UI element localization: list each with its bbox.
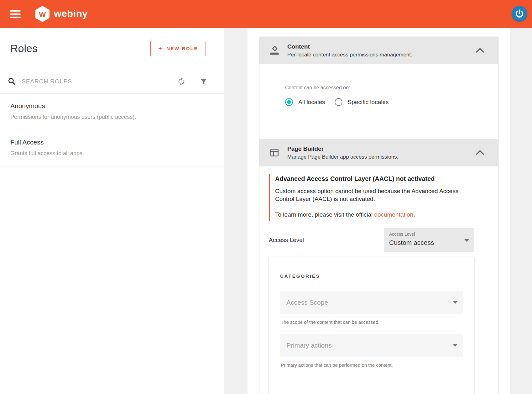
warning-title: Advanced Access Control Layer (AACL) not… xyxy=(275,175,463,182)
avatar[interactable] xyxy=(512,6,527,22)
chevron-up-icon[interactable] xyxy=(476,150,484,155)
access-scope-select[interactable]: Access Scope xyxy=(280,291,463,314)
search-input[interactable] xyxy=(21,78,177,85)
brand-text: webiny xyxy=(54,8,88,19)
power-icon xyxy=(514,9,524,19)
documentation-link[interactable]: documentation xyxy=(374,211,413,218)
section-title: Content xyxy=(287,43,412,50)
search-icon xyxy=(8,77,16,86)
webiny-logo[interactable]: w webiny xyxy=(35,6,88,22)
app-window: w webiny Roles + NEW ROLE xyxy=(0,0,532,394)
chevron-up-icon[interactable] xyxy=(476,47,484,53)
radio-unselected-icon xyxy=(335,98,342,106)
role-name: Anonymous xyxy=(10,102,214,110)
role-description: Permissions for anonymous users (public … xyxy=(10,114,214,120)
content-section-body: Content can be accessed on: All locales … xyxy=(259,64,498,139)
select-value: Custom access xyxy=(389,239,469,246)
role-list-item-full-access[interactable]: Full Access Grants full access to all ap… xyxy=(0,130,224,166)
section-description: Manage Page Builder app access permissio… xyxy=(287,154,398,160)
primary-actions-helper: Primary actions that can be performed on… xyxy=(281,362,463,368)
section-description: Per-locale content access permissions ma… xyxy=(287,52,412,58)
select-floating-label: Access Level xyxy=(389,232,469,237)
webiny-hexagon-icon: w xyxy=(35,6,50,22)
access-level-label: Access Level xyxy=(269,237,304,244)
refresh-icon[interactable] xyxy=(177,77,186,86)
access-scope-helper: The scope of the content that can be acc… xyxy=(281,319,463,325)
dropdown-caret-icon xyxy=(453,344,457,347)
warning-body: Custom access option cannot be used beca… xyxy=(275,187,460,203)
roles-list-panel: Roles + NEW ROLE Anonymous xyxy=(0,28,224,394)
search-tools xyxy=(177,77,208,86)
warning-link-row: To learn more, please visit the official… xyxy=(275,211,463,218)
dropdown-caret-icon xyxy=(464,239,469,242)
section-title: Page Builder xyxy=(287,145,398,152)
hamburger-icon[interactable] xyxy=(10,10,21,18)
page-title: Roles xyxy=(10,42,38,55)
role-details-panel: Content Per-locale content access permis… xyxy=(248,28,510,394)
role-description: Grants full access to all apps. xyxy=(10,150,214,157)
top-app-bar: w webiny xyxy=(0,0,532,28)
filter-icon[interactable] xyxy=(200,77,208,86)
aacl-warning: Advanced Access Control Layer (AACL) not… xyxy=(269,174,463,221)
primary-actions-select[interactable]: Primary actions xyxy=(280,334,463,357)
accordion-header-page-builder[interactable]: Page Builder Manage Page Builder app acc… xyxy=(259,139,498,166)
search-bar xyxy=(0,69,224,94)
radio-all-locales[interactable]: All locales xyxy=(285,98,325,106)
accordion-header-content[interactable]: Content Per-locale content access permis… xyxy=(259,37,498,64)
locales-radio-group: All locales Specific locales xyxy=(285,98,498,106)
new-role-button-label: NEW ROLE xyxy=(166,46,198,51)
role-name: Full Access xyxy=(10,139,214,146)
new-role-button[interactable]: + NEW ROLE xyxy=(150,41,206,56)
panel-header: Roles + NEW ROLE xyxy=(0,28,224,69)
access-level-row: Access Level Access Level Custom access xyxy=(269,228,474,252)
permissions-accordion: Content Per-locale content access permis… xyxy=(259,37,498,394)
page-builder-icon xyxy=(269,147,280,158)
access-level-select[interactable]: Access Level Custom access xyxy=(384,228,474,252)
page-builder-section-body: Advanced Access Control Layer (AACL) not… xyxy=(259,166,498,394)
role-list-item-anonymous[interactable]: Anonymous Permissions for anonymous user… xyxy=(0,94,224,130)
dropdown-caret-icon xyxy=(453,301,457,304)
access-question-label: Content can be accessed on: xyxy=(285,85,498,91)
categories-heading: CATEGORIES xyxy=(280,273,463,279)
radio-selected-icon xyxy=(285,98,293,106)
categories-card: CATEGORIES Access Scope The scope of the… xyxy=(269,257,474,394)
plus-icon: + xyxy=(158,46,162,51)
svg-text:w: w xyxy=(39,9,46,19)
radio-specific-locales[interactable]: Specific locales xyxy=(335,98,389,106)
content-icon xyxy=(269,45,280,56)
